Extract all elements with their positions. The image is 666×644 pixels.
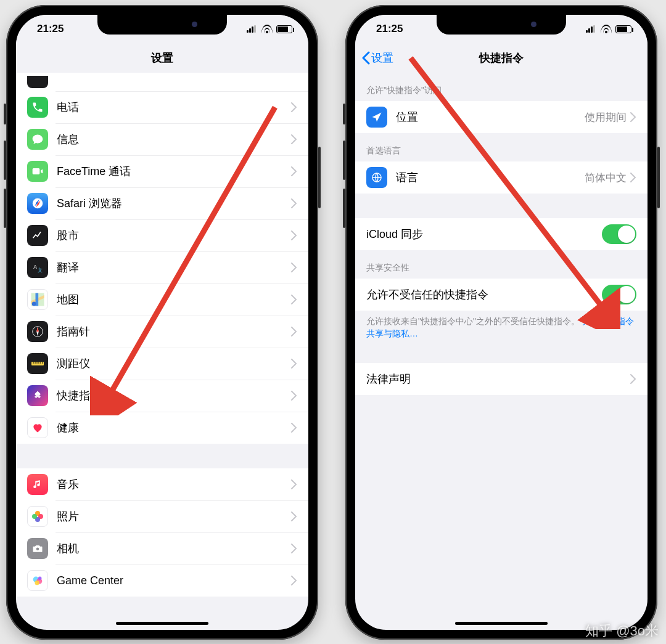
row-allow-untrusted[interactable]: 允许不受信任的快捷指令: [355, 279, 648, 311]
notch: [437, 15, 566, 35]
chevron-right-icon: [291, 423, 297, 433]
volume-down-button[interactable]: [4, 189, 6, 228]
wifi-icon: [601, 25, 612, 33]
messages-icon: [27, 129, 48, 150]
row-photos[interactable]: 照片: [16, 500, 308, 532]
chevron-right-icon: [291, 359, 297, 369]
row-label: 语言: [396, 170, 585, 185]
battery-icon: [615, 25, 631, 33]
row-label: 法律声明: [366, 372, 630, 386]
row-maps[interactable]: 地图: [16, 283, 308, 316]
page-title: 设置: [151, 51, 173, 65]
power-button[interactable]: [657, 147, 660, 208]
svg-point-10: [36, 547, 39, 551]
volume-up-button[interactable]: [4, 141, 6, 180]
row-health[interactable]: 健康: [16, 412, 308, 444]
page-title: 快捷指令: [479, 51, 524, 65]
row-compass[interactable]: 指南针: [16, 316, 308, 348]
cellular-icon: [586, 25, 597, 33]
icloud-sync-toggle[interactable]: [602, 224, 636, 244]
silence-switch[interactable]: [343, 104, 345, 124]
camera-icon: [27, 538, 48, 559]
row-label: 允许不受信任的快捷指令: [366, 287, 602, 302]
row-label: 股市: [57, 228, 291, 243]
row-measure[interactable]: 测距仪: [16, 348, 308, 380]
svg-point-3: [32, 302, 36, 306]
photos-icon: [27, 506, 48, 527]
row-shortcuts[interactable]: 快捷指令: [16, 380, 308, 412]
volume-down-button[interactable]: [343, 189, 345, 228]
home-indicator[interactable]: [455, 622, 548, 625]
power-button[interactable]: [318, 147, 321, 208]
row-phone[interactable]: 电话: [16, 91, 308, 123]
svg-point-9: [32, 514, 37, 519]
chevron-right-icon: [291, 134, 297, 144]
row-safari[interactable]: Safari 浏览器: [16, 187, 308, 219]
row-icloud-sync[interactable]: iCloud 同步: [355, 218, 648, 250]
section-header-language: 首选语言: [355, 133, 648, 161]
chevron-right-icon: [291, 576, 297, 585]
phone-left: 21:25 设置 电话: [6, 5, 318, 640]
row-messages[interactable]: 信息: [16, 123, 308, 155]
row-language[interactable]: 语言 简体中文: [355, 161, 648, 194]
phone-icon: [27, 97, 48, 118]
row-gamecenter[interactable]: Game Center: [16, 565, 308, 597]
row-label: 信息: [57, 132, 291, 147]
chevron-right-icon: [291, 263, 297, 272]
back-button[interactable]: 设置: [361, 43, 393, 73]
allow-untrusted-toggle[interactable]: [602, 285, 636, 304]
row-stocks[interactable]: 股市: [16, 219, 308, 251]
row-music[interactable]: 音乐: [16, 468, 308, 500]
app-icon: [27, 76, 48, 88]
svg-point-14: [38, 577, 41, 581]
svg-text:A: A: [33, 264, 37, 270]
nav-bar-left: 设置: [16, 43, 308, 73]
row-camera[interactable]: 相机: [16, 532, 308, 565]
chevron-right-icon: [291, 230, 297, 240]
volume-up-button[interactable]: [343, 141, 345, 180]
stocks-icon: [27, 225, 48, 246]
chevron-right-icon: [291, 479, 297, 489]
home-indicator[interactable]: [116, 622, 208, 625]
row-label: 翻译: [57, 260, 291, 275]
status-time: 21:25: [371, 23, 403, 35]
row-previous-partial[interactable]: [16, 73, 308, 91]
row-legal[interactable]: 法律声明: [355, 363, 648, 395]
globe-icon: [366, 167, 387, 188]
gamecenter-icon: [27, 570, 48, 591]
row-label: 测距仪: [57, 356, 291, 371]
notch: [97, 15, 227, 35]
chevron-right-icon: [291, 295, 297, 304]
row-label: 指南针: [57, 324, 291, 339]
chevron-right-icon: [291, 327, 297, 336]
row-label: 地图: [57, 292, 291, 307]
row-label: 相机: [57, 541, 291, 556]
maps-icon: [27, 289, 48, 310]
chevron-right-icon: [291, 166, 297, 176]
svg-text:文: 文: [38, 267, 43, 273]
row-translate[interactable]: A文 翻译: [16, 251, 308, 283]
row-location[interactable]: 位置 使用期间: [355, 101, 648, 133]
cellular-icon: [247, 25, 258, 33]
row-label: Game Center: [57, 574, 291, 587]
silence-switch[interactable]: [4, 104, 6, 124]
safari-icon: [27, 193, 48, 214]
measure-icon: [27, 353, 48, 374]
chevron-right-icon: [291, 544, 297, 553]
settings-list[interactable]: 电话 信息 FaceTime 通话: [16, 73, 308, 630]
shortcuts-settings[interactable]: 允许"快捷指令"访问 位置 使用期间 首选语言 语言: [355, 73, 648, 630]
watermark: 知乎 @3o米: [585, 622, 659, 640]
row-facetime[interactable]: FaceTime 通话: [16, 155, 308, 187]
music-icon: [27, 474, 48, 495]
section-header-security: 共享安全性: [355, 250, 648, 279]
row-detail: 使用期间: [585, 110, 627, 124]
row-label: 音乐: [57, 477, 291, 492]
chevron-right-icon: [630, 173, 636, 182]
chevron-right-icon: [630, 374, 636, 384]
health-icon: [27, 417, 48, 438]
row-label: iCloud 同步: [366, 227, 602, 242]
chevron-right-icon: [291, 512, 297, 521]
back-label: 设置: [371, 51, 393, 65]
status-time: 21:25: [32, 23, 64, 35]
phone-right: 21:25 设置 快捷指令 允许"快捷指令"访问 位置: [345, 5, 657, 640]
